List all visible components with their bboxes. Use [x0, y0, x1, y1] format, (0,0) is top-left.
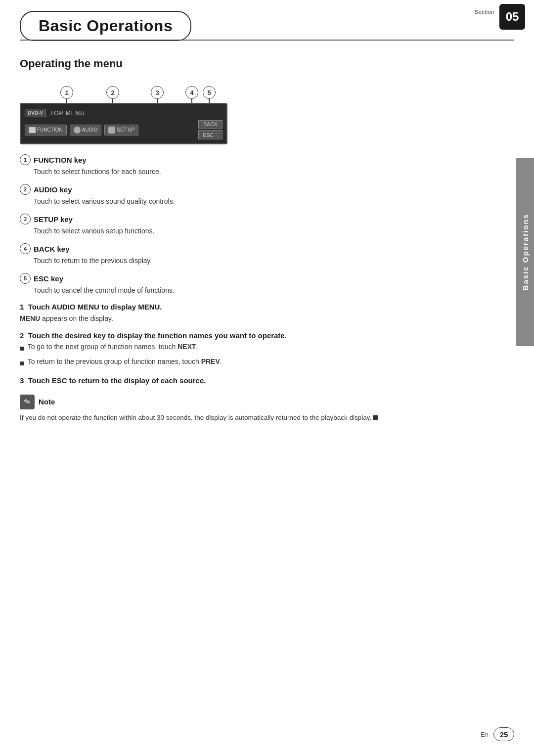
callout-item-5-header: 5 ESC key — [20, 273, 504, 284]
audio-btn-icon — [74, 127, 81, 133]
step-2-bullet-2: ■ To return to the previous group of fun… — [20, 356, 504, 369]
screen-mockup: DVD-V TOP MENU FUNCTION AUDI — [20, 103, 227, 144]
step-2: 2 Touch the desired key to display the f… — [20, 331, 504, 369]
function-btn-icon — [29, 127, 36, 133]
note-icon: ✎ — [20, 395, 35, 409]
callout-item-5-title: ESC key — [34, 274, 63, 283]
back-esc-btns: BACK ESC + — [198, 120, 222, 139]
callout-item-3-desc: Touch to select various setup functions. — [20, 226, 504, 236]
section-subtitle: Operating the menu — [20, 57, 504, 70]
step-3-title: Touch ESC to return to the display of ea… — [28, 376, 206, 385]
top-menu-label: TOP MENU — [50, 110, 85, 117]
step-2-body: ■ To go to the next group of function na… — [20, 342, 504, 369]
step-1-title: Touch AUDIO MENU to display MENU. — [28, 303, 162, 311]
callout-4-number: 4 — [185, 86, 198, 99]
callout-item-1-desc: Touch to select functions for each sourc… — [20, 167, 504, 177]
footer-area: En 25 — [20, 727, 514, 741]
callout-item-3-title: SETUP key — [34, 215, 73, 223]
side-tab-text: Basic Operations — [521, 214, 530, 290]
callout-item-5-number: 5 — [20, 273, 31, 284]
callout-1-number: 1 — [60, 86, 73, 99]
note-title: Note — [39, 398, 55, 406]
title-box: Basic Operations — [20, 11, 191, 41]
side-tab: Basic Operations — [516, 158, 534, 346]
callout-item-3-number: 3 — [20, 214, 31, 224]
step-2-number: 2 — [20, 331, 28, 340]
callout-item-2-header: 2 AUDIO key — [20, 184, 504, 195]
bullet-symbol-2: ■ — [20, 357, 25, 369]
bullet-symbol-1: ■ — [20, 343, 25, 355]
callout-item-5: 5 ESC key Touch to cancel the control mo… — [20, 273, 504, 296]
audio-btn: AUDIO — [70, 125, 102, 135]
callout-item-2-desc: Touch to select various sound quality co… — [20, 196, 504, 207]
step-1-body: MENU appears on the display. — [20, 313, 504, 324]
setup-btn-icon — [108, 127, 115, 133]
step-2-bullet-2-text: To return to the previous group of funct… — [28, 356, 222, 369]
callout-3-number: 3 — [151, 86, 164, 99]
note-text: If you do not operate the function withi… — [20, 412, 504, 423]
function-btn: FUNCTION — [25, 125, 67, 135]
step-2-header: 2 Touch the desired key to display the f… — [20, 331, 504, 340]
step-2-bullet-1: ■ To go to the next group of function na… — [20, 342, 504, 355]
callout-item-4-desc: Touch to return to the previous display. — [20, 256, 504, 266]
step-3-header: 3 Touch ESC to return to the display of … — [20, 376, 504, 385]
title-area: Basic Operations — [20, 11, 191, 41]
callout-item-5-desc: Touch to cancel the control mode of func… — [20, 285, 504, 296]
callout-item-1-header: 1 FUNCTION key — [20, 154, 504, 165]
callout-item-4: 4 BACK key Touch to return to the previo… — [20, 243, 504, 266]
stop-symbol — [373, 415, 378, 420]
callout-2-number: 2 — [106, 86, 119, 99]
step-2-title: Touch the desired key to display the fun… — [28, 331, 287, 340]
section-label-text: Section — [475, 9, 494, 15]
page-title: Basic Operations — [39, 17, 173, 35]
step-3: 3 Touch ESC to return to the display of … — [20, 376, 504, 385]
callout-5-number: 5 — [203, 86, 216, 99]
step-1-header: 1 Touch AUDIO MENU to display MENU. — [20, 303, 504, 311]
back-btn: BACK — [198, 120, 222, 129]
step-1: 1 Touch AUDIO MENU to display MENU. MENU… — [20, 303, 504, 324]
callout-item-2: 2 AUDIO key Touch to select various soun… — [20, 184, 504, 207]
page-container: Section 05 Basic Operations Basic Operat… — [0, 0, 534, 756]
numbered-items: 1 FUNCTION key Touch to select functions… — [20, 154, 504, 296]
callout-item-1: 1 FUNCTION key Touch to select functions… — [20, 154, 504, 177]
screen-top-bar: DVD-V TOP MENU — [25, 109, 222, 117]
callout-item-1-number: 1 — [20, 154, 31, 165]
callout-item-4-header: 4 BACK key — [20, 243, 504, 254]
callout-item-4-title: BACK key — [34, 245, 70, 253]
title-divider — [20, 40, 514, 41]
setup-btn: SET UP — [104, 125, 138, 135]
pencil-icon: ✎ — [23, 397, 32, 407]
dvd-logo: DVD-V — [25, 109, 46, 117]
step-2-bullet-1-text: To go to the next group of function name… — [28, 342, 198, 355]
callout-item-3-header: 3 SETUP key — [20, 214, 504, 224]
section-label: Section — [475, 9, 494, 15]
step-3-number: 3 — [20, 376, 28, 385]
callout-item-3: 3 SETUP key Touch to select various setu… — [20, 214, 504, 236]
step-1-bold: MENU — [20, 314, 40, 322]
main-content: Operating the menu 1 2 3 — [20, 49, 504, 423]
callout-item-2-number: 2 — [20, 184, 31, 195]
diagram-container: 1 2 3 4 — [20, 81, 237, 144]
footer-en-label: En — [481, 731, 489, 738]
callout-item-1-title: FUNCTION key — [34, 156, 87, 164]
callout-item-2-title: AUDIO key — [34, 185, 72, 194]
esc-btn: ESC + — [198, 130, 222, 139]
step-1-number: 1 — [20, 303, 28, 311]
section-number: 05 — [506, 10, 519, 24]
steps-section: 1 Touch AUDIO MENU to display MENU. MENU… — [20, 303, 504, 384]
note-header: ✎ Note — [20, 395, 504, 409]
footer-page-number: 25 — [493, 727, 514, 741]
note-box: ✎ Note If you do not operate the functio… — [20, 395, 504, 423]
section-badge: 05 — [499, 4, 525, 30]
callout-item-4-number: 4 — [20, 243, 31, 254]
